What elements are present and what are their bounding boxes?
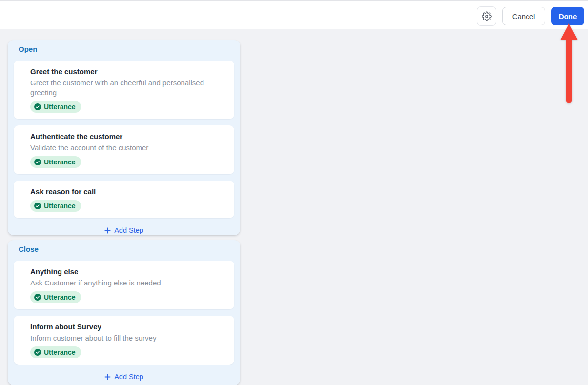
step-card-anything-else[interactable]: Anything else Ask Customer if anything e… — [14, 261, 234, 309]
step-title: Greet the customer — [30, 67, 223, 77]
settings-button[interactable] — [477, 6, 496, 26]
badge-label: Utterance — [44, 202, 76, 210]
step-type-badge: Utterance — [30, 101, 81, 113]
arrow-up-icon — [558, 21, 580, 105]
add-step-label: Add Step — [114, 226, 143, 234]
check-circle-icon — [34, 203, 41, 209]
step-type-badge: Utterance — [30, 291, 81, 303]
step-description: Greet the customer with an cheerful and … — [30, 78, 208, 98]
badge-label: Utterance — [44, 348, 76, 357]
badge-label: Utterance — [44, 158, 76, 166]
check-circle-icon — [34, 103, 41, 110]
add-step-button[interactable]: Add Step — [104, 224, 143, 236]
step-title: Inform about Survey — [30, 322, 223, 332]
cancel-button[interactable]: Cancel — [502, 7, 545, 25]
section-title: Open — [19, 45, 234, 53]
toolbar: Cancel Done — [0, 0, 588, 29]
check-circle-icon — [34, 294, 41, 301]
plus-icon — [104, 374, 111, 380]
add-step-label: Add Step — [114, 373, 143, 381]
step-type-badge: Utterance — [30, 156, 81, 168]
badge-label: Utterance — [44, 102, 76, 111]
section-open: Open Greet the customer Greet the custom… — [8, 40, 240, 235]
step-description: Inform customer about to fill the survey — [30, 333, 208, 343]
section-close: Close Anything else Ask Customer if anyt… — [8, 240, 240, 385]
check-circle-icon — [34, 159, 41, 165]
step-card-greet-the-customer[interactable]: Greet the customer Greet the customer wi… — [14, 61, 234, 119]
step-description: Ask Customer if anything else is needed — [30, 278, 208, 288]
step-title: Authenticate the customer — [30, 132, 223, 142]
plus-icon — [104, 227, 111, 234]
section-title: Close — [19, 245, 234, 253]
gear-icon — [482, 11, 492, 21]
step-card-inform-about-survey[interactable]: Inform about Survey Inform customer abou… — [14, 316, 234, 365]
step-title: Ask reason for call — [30, 187, 223, 197]
step-type-badge: Utterance — [30, 200, 81, 212]
add-step-button[interactable]: Add Step — [104, 371, 143, 383]
step-card-ask-reason-for-call[interactable]: Ask reason for call Utterance — [14, 181, 234, 218]
step-title: Anything else — [30, 267, 223, 277]
check-circle-icon — [34, 349, 41, 356]
step-description: Validate the account of the customer — [30, 143, 208, 153]
badge-label: Utterance — [44, 293, 76, 302]
step-type-badge: Utterance — [30, 346, 81, 358]
step-card-authenticate-the-customer[interactable]: Authenticate the customer Validate the a… — [14, 125, 234, 174]
